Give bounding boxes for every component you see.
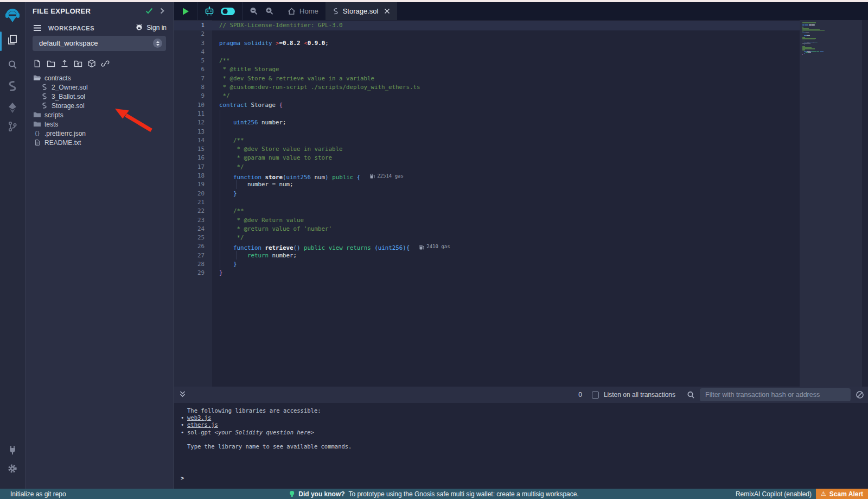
terminal-controls: 0 Listen on all transactions [578, 387, 864, 403]
code-line[interactable]: * @return value of 'number' [219, 225, 450, 233]
main-area: Home Storage.sol 12345678910111213141516… [174, 2, 868, 489]
sidebar-item-deploy-and-run[interactable] [0, 99, 25, 117]
tree-item-readme-txt[interactable]: README.txt [25, 138, 174, 147]
tree-item-3-ballot-sol[interactable]: 3_Ballot.sol [25, 92, 174, 101]
code-editor[interactable]: 1234567891011121314151617181920212223242… [174, 20, 868, 387]
code-line[interactable]: return number; [219, 251, 450, 260]
terminal-link[interactable]: ethers.js [187, 421, 218, 428]
sign-in-button[interactable]: Sign in [135, 23, 167, 31]
sidebar-item-git[interactable] [0, 117, 25, 136]
ai-copilot-group [197, 2, 242, 20]
minimap[interactable] [800, 20, 862, 387]
copilot-status[interactable]: RemixAI Copilot (enabled) [736, 490, 812, 498]
scam-alert-button[interactable]: ⚠ Scam Alert [816, 489, 868, 499]
code-line[interactable] [219, 128, 450, 136]
minimap-line [802, 54, 803, 55]
code-line[interactable] [219, 198, 450, 207]
code-line[interactable]: } [219, 269, 450, 277]
upload-file-icon[interactable] [60, 59, 69, 68]
tree-item-2-owner-sol[interactable]: 2_Owner.sol [25, 83, 174, 92]
code-line[interactable]: */ [219, 92, 450, 100]
zoom-in-icon[interactable] [265, 7, 274, 16]
code-line[interactable]: * @dev Store & retrieve value in a varia… [219, 74, 450, 83]
terminal-prompt[interactable]: > [181, 475, 184, 481]
remix-logo[interactable] [0, 4, 25, 26]
tree-item-label: 2_Owner.sol [52, 84, 88, 91]
code-line[interactable]: } [219, 190, 450, 198]
code-line[interactable]: function store(uint256 num) public {2251… [219, 172, 450, 180]
sidebar-item-settings[interactable] [0, 459, 25, 478]
code-line[interactable]: * @custom:dev-run-script ./scripts/deplo… [219, 83, 450, 92]
panel-title: FILE EXPLORER [33, 7, 91, 15]
code-line[interactable]: * @dev Return value [219, 216, 450, 225]
tree-item--prettierrc-json[interactable]: {}.prettierrc.json [25, 129, 174, 138]
tree-item-contracts[interactable]: contracts [25, 73, 174, 83]
new-file-icon[interactable] [33, 59, 42, 68]
tab-label: Home [299, 7, 318, 15]
ai-robot-icon[interactable] [204, 6, 215, 17]
solidity-file-icon [333, 8, 339, 15]
run-script-button[interactable] [174, 2, 197, 20]
tree-item-scripts[interactable]: scripts [25, 110, 174, 119]
tip-label: Did you know? [298, 490, 344, 498]
code-line[interactable] [219, 110, 450, 118]
code-line[interactable]: contract Storage { [219, 101, 450, 110]
solidity-compiler-icon [7, 80, 18, 92]
indent-guide [220, 110, 220, 269]
git-init-button[interactable]: Initialize as git repo [10, 490, 66, 498]
sidebar-item-solidity-compiler[interactable] [0, 77, 25, 96]
terminal-line: Type the library name to see available c… [181, 443, 352, 450]
link-icon[interactable] [100, 59, 110, 68]
activity-bar [0, 2, 25, 489]
code-line[interactable]: */ [219, 163, 450, 172]
sidebar-item-search[interactable] [0, 55, 25, 74]
collapse-terminal-icon[interactable] [179, 390, 186, 398]
close-tab-icon[interactable] [384, 8, 390, 14]
code-line[interactable]: /** [219, 207, 450, 216]
code-line[interactable]: pragma solidity >=0.8.2 <0.9.0; [219, 39, 450, 48]
zoom-out-icon[interactable] [249, 7, 258, 16]
code-line[interactable]: number = num; [219, 180, 450, 189]
terminal[interactable]: The following libraries are accessible:•… [174, 403, 868, 489]
code-area[interactable]: // SPDX-License-Identifier: GPL-3.0pragm… [212, 21, 450, 278]
solidity-file-icon [40, 102, 48, 109]
upload-folder-icon[interactable] [73, 59, 82, 68]
code-line[interactable]: * @title Storage [219, 65, 450, 74]
code-line[interactable]: */ [219, 233, 450, 242]
code-line[interactable] [219, 30, 450, 39]
transaction-filter-input[interactable] [700, 388, 851, 401]
search-icon [7, 59, 18, 70]
sign-in-label: Sign in [146, 24, 167, 31]
terminal-header: 0 Listen on all transactions [174, 387, 868, 403]
sidebar-item-plugin-manager[interactable] [0, 441, 25, 459]
ai-copilot-toggle[interactable] [220, 7, 235, 16]
tree-item-label: Storage.sol [52, 102, 85, 110]
workspace-select-toggle-icon[interactable] [153, 39, 162, 48]
tab-storage-sol[interactable]: Storage.sol [326, 2, 398, 20]
code-line[interactable]: * @param num value to store [219, 154, 450, 162]
listen-checkbox[interactable] [592, 391, 599, 399]
code-line[interactable]: uint256 number; [219, 118, 450, 127]
tree-item-storage-sol[interactable]: Storage.sol [25, 101, 174, 110]
sidebar-item-file-explorer[interactable] [0, 30, 25, 49]
tab-home[interactable]: Home [280, 2, 326, 20]
code-line[interactable]: } [219, 260, 450, 269]
box-icon[interactable] [87, 59, 96, 68]
new-folder-icon[interactable] [46, 59, 55, 68]
clear-filter-icon[interactable] [856, 390, 864, 399]
terminal-search-icon[interactable] [687, 391, 695, 399]
workspace-select[interactable]: default_workspace [33, 36, 166, 51]
terminal-line: The following libraries are accessible: [181, 407, 352, 414]
home-icon [288, 8, 296, 15]
chevron-right-icon[interactable] [159, 8, 165, 14]
tree-item-tests[interactable]: tests [25, 119, 174, 129]
terminal-link[interactable]: web3.js [187, 414, 211, 421]
code-line[interactable]: * @dev Store value in variable [219, 145, 450, 154]
code-line[interactable]: function retrieve() public view returns … [219, 242, 450, 251]
code-line[interactable] [219, 48, 450, 56]
code-line[interactable]: /** [219, 56, 450, 65]
listen-label[interactable]: Listen on all transactions [604, 391, 675, 399]
code-line[interactable]: /** [219, 136, 450, 145]
hamburger-menu-icon[interactable] [33, 24, 42, 31]
code-line[interactable]: // SPDX-License-Identifier: GPL-3.0 [219, 21, 450, 30]
